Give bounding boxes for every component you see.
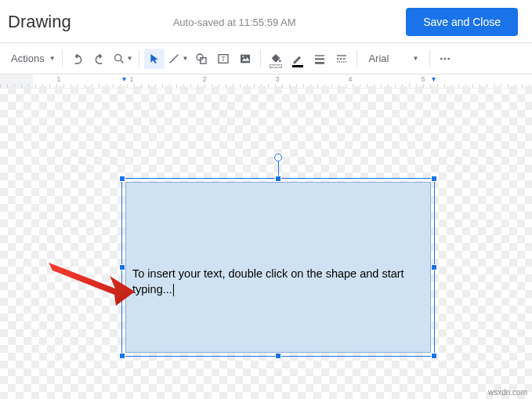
line-icon	[168, 53, 180, 65]
save-and-close-button[interactable]: Save and Close	[406, 8, 518, 36]
svg-rect-11	[315, 55, 324, 56]
undo-button[interactable]	[67, 49, 88, 69]
indent-left-marker[interactable]: ▾	[122, 74, 126, 83]
chevron-down-icon: ▼	[127, 55, 133, 62]
svg-point-9	[243, 56, 244, 57]
border-dash-button[interactable]	[331, 49, 352, 69]
svg-rect-12	[315, 58, 324, 60]
chevron-down-icon: ▼	[401, 55, 418, 62]
chevron-down-icon: ▼	[49, 55, 56, 62]
more-horizontal-icon	[438, 53, 452, 65]
resize-handle-tr[interactable]	[431, 176, 437, 182]
svg-point-17	[440, 57, 443, 60]
border-color-button[interactable]	[288, 49, 308, 69]
svg-point-0	[114, 54, 121, 60]
svg-point-18	[444, 57, 447, 60]
pencil-icon	[291, 53, 304, 64]
svg-line-1	[121, 60, 123, 63]
zoom-icon	[113, 53, 125, 65]
svg-line-2	[170, 54, 179, 63]
rotation-handle[interactable]	[274, 154, 282, 161]
resize-handle-tm[interactable]	[275, 176, 281, 182]
border-weight-button[interactable]	[309, 49, 330, 69]
drawing-canvas[interactable]: To insert your text, double click on the…	[0, 86, 532, 399]
indent-right-marker[interactable]: ▾	[432, 74, 436, 83]
select-tool-button[interactable]	[144, 49, 165, 69]
page-title: Drawing	[8, 12, 71, 32]
redo-button[interactable]	[89, 49, 110, 69]
resize-handle-mr[interactable]	[431, 264, 437, 270]
resize-handle-bm[interactable]	[275, 353, 281, 359]
paint-bucket-icon	[270, 53, 282, 65]
redo-icon	[93, 53, 106, 65]
textbox-icon: T	[217, 53, 230, 65]
zoom-button[interactable]: ▼	[111, 49, 135, 69]
fill-color-button[interactable]	[266, 49, 286, 69]
autosave-status: Auto-saved at 11:55:59 AM	[71, 16, 406, 28]
more-options-button[interactable]	[435, 49, 455, 69]
image-icon	[239, 53, 252, 65]
svg-point-10	[279, 60, 281, 62]
shape-tool-button[interactable]	[191, 49, 212, 69]
svg-rect-7	[241, 54, 250, 63]
image-tool-button[interactable]	[235, 49, 255, 69]
svg-text:T: T	[222, 56, 226, 63]
toolbar: Actions ▼ ▼ ▼ T	[0, 43, 532, 74]
line-weight-icon	[313, 53, 326, 65]
shapes-icon	[194, 53, 208, 65]
font-family-select[interactable]: Arial ▼	[362, 49, 425, 69]
watermark-text: wsxdn.com	[488, 388, 527, 397]
cursor-icon	[148, 53, 161, 65]
selection-frame	[121, 178, 435, 357]
svg-rect-13	[315, 62, 324, 64]
svg-point-19	[448, 57, 451, 60]
line-tool-button[interactable]: ▼	[166, 49, 190, 69]
resize-handle-tl[interactable]	[119, 176, 125, 182]
undo-icon	[71, 53, 84, 65]
svg-rect-4	[201, 57, 206, 63]
resize-handle-bl[interactable]	[119, 353, 125, 359]
textbox-tool-button[interactable]: T	[213, 49, 233, 69]
resize-handle-br[interactable]	[431, 353, 437, 359]
actions-menu-button[interactable]: Actions ▼	[6, 49, 57, 69]
chevron-down-icon: ▼	[182, 55, 188, 62]
resize-handle-ml[interactable]	[119, 264, 125, 270]
line-dash-icon	[335, 53, 348, 65]
